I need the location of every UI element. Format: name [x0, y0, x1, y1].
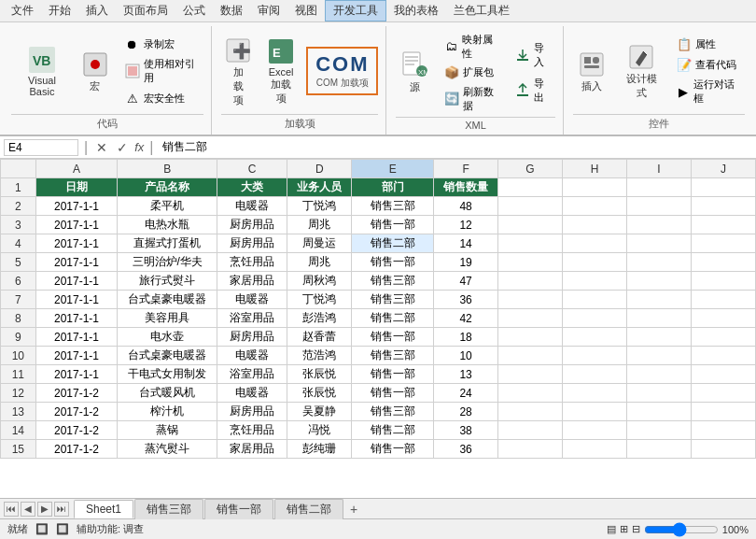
- cell-j[interactable]: [692, 309, 756, 328]
- sheet-nav-last[interactable]: ⏭: [54, 502, 69, 517]
- cell-i[interactable]: [627, 421, 692, 440]
- cell-c[interactable]: 厨房用品: [217, 403, 287, 421]
- cell-i[interactable]: [627, 197, 692, 216]
- record-macro-btn[interactable]: ⏺ 录制宏: [121, 35, 203, 53]
- row-num[interactable]: 10: [1, 347, 36, 365]
- cell-h[interactable]: [563, 272, 627, 291]
- header-date[interactable]: 日期: [35, 178, 118, 197]
- cell-d[interactable]: 丁悦鸿: [287, 197, 352, 216]
- cell-c[interactable]: 电暖器: [217, 347, 287, 365]
- cell-f[interactable]: 48: [434, 197, 498, 216]
- col-header-f[interactable]: F: [434, 160, 498, 178]
- cell-d[interactable]: 周兆: [287, 253, 352, 272]
- menu-page-layout[interactable]: 页面布局: [116, 1, 175, 21]
- cell-g[interactable]: [498, 365, 563, 384]
- import-btn[interactable]: 导入: [511, 39, 555, 71]
- cell-b[interactable]: 直握式打蛋机: [118, 234, 217, 253]
- cell-f[interactable]: 42: [434, 309, 498, 328]
- cancel-formula-btn[interactable]: ✕: [93, 140, 110, 155]
- cell-i[interactable]: [627, 309, 692, 328]
- menu-formula[interactable]: 公式: [175, 1, 213, 21]
- cell-d[interactable]: 彭纯珊: [287, 440, 352, 459]
- cell-i[interactable]: [627, 272, 692, 291]
- cell-g[interactable]: [498, 403, 563, 421]
- cell-g[interactable]: [498, 309, 563, 328]
- cell-b[interactable]: 台式桌豪电暖器: [118, 347, 217, 365]
- cell-b[interactable]: 干电式女用制发: [118, 365, 217, 384]
- name-box[interactable]: [4, 139, 78, 156]
- design-mode-button[interactable]: 设计模式: [618, 39, 665, 103]
- view-page-break[interactable]: ⊟: [632, 523, 640, 535]
- visual-basic-button[interactable]: VB Visual Basic: [11, 42, 73, 100]
- cell-g[interactable]: [498, 234, 563, 253]
- cell-b[interactable]: 台式暖风机: [118, 384, 217, 403]
- cell-e[interactable]: 销售一部: [352, 365, 434, 384]
- cell-1j[interactable]: [692, 178, 756, 197]
- run-dialog-btn[interactable]: ▶ 运行对话框: [673, 76, 745, 107]
- row-num[interactable]: 5: [1, 253, 36, 272]
- cell-1h[interactable]: [563, 178, 627, 197]
- add-sheet-btn[interactable]: +: [344, 500, 363, 518]
- cell-b[interactable]: 电水壶: [118, 328, 217, 347]
- cell-f[interactable]: 12: [434, 216, 498, 234]
- excel-addon-button[interactable]: E Excel加载项: [263, 34, 299, 108]
- sheet-nav-next[interactable]: ▶: [37, 502, 52, 517]
- col-header-d[interactable]: D: [287, 160, 352, 178]
- cell-b[interactable]: 柔平机: [118, 197, 217, 216]
- cell-h[interactable]: [563, 309, 627, 328]
- header-salesperson[interactable]: 业务人员: [287, 178, 352, 197]
- cell-a[interactable]: 2017-1-2: [35, 421, 118, 440]
- row-num[interactable]: 14: [1, 421, 36, 440]
- menu-review[interactable]: 审阅: [250, 1, 287, 21]
- cell-e[interactable]: 销售二部: [352, 309, 434, 328]
- cell-f[interactable]: 14: [434, 234, 498, 253]
- header-qty[interactable]: 销售数量: [434, 178, 498, 197]
- cell-c[interactable]: 家居用品: [217, 272, 287, 291]
- cell-j[interactable]: [692, 291, 756, 309]
- cell-e[interactable]: 销售三部: [352, 197, 434, 216]
- cell-f[interactable]: 38: [434, 421, 498, 440]
- cell-1i[interactable]: [627, 178, 692, 197]
- cell-i[interactable]: [627, 328, 692, 347]
- cell-e[interactable]: 销售一部: [352, 253, 434, 272]
- cell-f[interactable]: 47: [434, 272, 498, 291]
- cell-c[interactable]: 烹饪用品: [217, 253, 287, 272]
- cell-g[interactable]: [498, 384, 563, 403]
- row-num[interactable]: 2: [1, 197, 36, 216]
- cell-a[interactable]: 2017-1-2: [35, 440, 118, 459]
- sheet-nav-first[interactable]: ⏮: [4, 502, 19, 517]
- cell-e[interactable]: 销售一部: [352, 328, 434, 347]
- cell-j[interactable]: [692, 440, 756, 459]
- cell-b[interactable]: 三明治炉/华夫: [118, 253, 217, 272]
- cell-a[interactable]: 2017-1-1: [35, 365, 118, 384]
- header-category[interactable]: 大类: [217, 178, 287, 197]
- refresh-data-btn[interactable]: 🔄 刷新数据: [441, 83, 503, 115]
- cell-a[interactable]: 2017-1-2: [35, 403, 118, 421]
- view-normal[interactable]: ▤: [607, 523, 616, 535]
- cell-e[interactable]: 销售二部: [352, 234, 434, 253]
- cell-f[interactable]: 10: [434, 347, 498, 365]
- sheet-tab-sales2[interactable]: 销售二部: [274, 499, 343, 519]
- cell-c[interactable]: 浴室用品: [217, 365, 287, 384]
- cell-a[interactable]: 2017-1-1: [35, 291, 118, 309]
- cell-b[interactable]: 榨汁机: [118, 403, 217, 421]
- cell-f[interactable]: 19: [434, 253, 498, 272]
- sheet-tab-sales3[interactable]: 销售三部: [134, 499, 203, 519]
- cell-e[interactable]: 销售三部: [352, 272, 434, 291]
- cell-d[interactable]: 冯悦: [287, 421, 352, 440]
- cell-f[interactable]: 13: [434, 365, 498, 384]
- cell-e[interactable]: 销售一部: [352, 384, 434, 403]
- cell-c[interactable]: 厨房用品: [217, 216, 287, 234]
- cell-1g[interactable]: [498, 178, 563, 197]
- col-header-i[interactable]: I: [627, 160, 692, 178]
- cell-j[interactable]: [692, 216, 756, 234]
- cell-a[interactable]: 2017-1-1: [35, 347, 118, 365]
- cell-i[interactable]: [627, 347, 692, 365]
- cell-d[interactable]: 赵香蕾: [287, 328, 352, 347]
- sheet-nav-prev[interactable]: ◀: [21, 502, 35, 517]
- row-num[interactable]: 12: [1, 384, 36, 403]
- cell-a[interactable]: 2017-1-1: [35, 272, 118, 291]
- cell-h[interactable]: [563, 253, 627, 272]
- cell-d[interactable]: 周曼运: [287, 234, 352, 253]
- cell-g[interactable]: [498, 253, 563, 272]
